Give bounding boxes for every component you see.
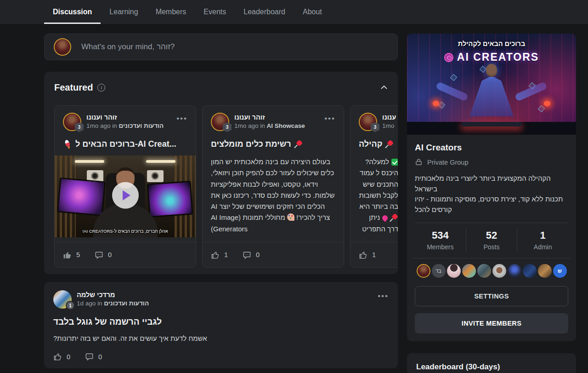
member-avatar[interactable] <box>523 264 537 278</box>
like-button[interactable] <box>53 352 62 361</box>
cover-welcome-text: ברוכים הבאים לקהילת <box>407 40 576 47</box>
level-badge: 1 <box>66 301 75 310</box>
tab-learning[interactable]: Learning <box>101 0 147 24</box>
like-button[interactable] <box>359 251 368 259</box>
video-caption: אהלן חברים, ברוכים הבאים ל-AI CREATORS! <box>55 229 196 234</box>
card-header: 3 ענונו 1mo <box>351 106 398 131</box>
member-avatar[interactable] <box>462 264 476 278</box>
pushpin-emoji <box>385 140 394 149</box>
featured-card-welcome[interactable]: 3 זוהר וענונו 1mo ago in הודעות ועדכונים… <box>54 105 196 268</box>
post-footer: 0 0 <box>53 352 389 361</box>
more-menu-icon[interactable]: ••• <box>176 113 187 131</box>
cover-brand-text: AI CREATORS <box>457 51 539 63</box>
stat-admins[interactable]: 1 Admin <box>517 229 568 252</box>
comment-count: 0 <box>108 251 112 258</box>
post-body: בעולם היצירה עם בינה מלאכותית יש המון כל… <box>203 156 344 235</box>
tab-members[interactable]: Members <box>147 0 195 24</box>
author-name[interactable]: ענונו <box>382 114 396 121</box>
comment-button[interactable] <box>85 352 94 361</box>
group-cover-image[interactable]: ברוכים הבאים לקהילת AI CREATORS <box>407 34 576 135</box>
featured-header: Featured i <box>44 80 398 95</box>
privacy-label: Private Group <box>427 159 468 166</box>
group-info: AI Creators Private Group הקהילה המקצועי… <box>407 135 576 215</box>
info-icon[interactable]: i <box>97 84 105 92</box>
stat-posts[interactable]: 52 Posts <box>466 229 517 252</box>
group-actions: SETTINGS INVITE MEMBERS <box>407 279 576 341</box>
post-body: אשמח לדעת איך עושים את זה. והאם יש בזה י… <box>53 334 389 342</box>
video-thumbnail[interactable]: אהלן חברים, ברוכים הבאים ל-AI CREATORS! <box>55 155 196 237</box>
stat-members[interactable]: 534 Members <box>415 229 466 252</box>
category-link[interactable]: הודעות ועדכונים <box>104 300 149 307</box>
invite-members-button[interactable]: INVITE MEMBERS <box>415 313 568 333</box>
tab-leaderboard[interactable]: Leaderboard <box>235 0 294 24</box>
card-header: 3 זוהר וענונו 1mo ago in AI Showcase ••• <box>203 106 344 131</box>
author-avatar[interactable]: 3 <box>211 113 229 131</box>
comment-button[interactable] <box>95 251 103 259</box>
sidebar: ברוכים הבאים לקהילת AI CREATORS AI Creat… <box>407 24 576 373</box>
author-avatar[interactable]: 3 <box>359 113 377 131</box>
author-name[interactable]: זוהר וענונו <box>234 114 305 121</box>
level-badge: 3 <box>75 122 84 132</box>
post-title[interactable]: לגביי הרשמה של גוגל בלבד <box>53 317 389 327</box>
settings-button[interactable]: SETTINGS <box>415 286 568 306</box>
member-avatar[interactable] <box>492 264 506 278</box>
author-name[interactable]: זוהר וענונו <box>86 114 164 121</box>
pushpin-emoji <box>390 214 398 222</box>
privacy-row: Private Group <box>415 158 568 166</box>
post-title[interactable]: ברוכים הבאים ל-AI Creat... <box>55 139 196 149</box>
tab-about[interactable]: About <box>294 0 331 24</box>
member-avatar[interactable] <box>447 264 461 278</box>
card-footer: 5 0 <box>55 242 196 267</box>
author-avatar[interactable]: 1 <box>53 290 72 309</box>
category-link[interactable]: AI Showcase <box>267 122 305 129</box>
post-title[interactable]: קהילה <box>351 139 398 149</box>
more-menu-icon[interactable]: ••• <box>378 290 389 309</box>
author-avatar[interactable]: 3 <box>63 113 81 131</box>
like-button[interactable] <box>211 251 220 259</box>
chevron-up-icon[interactable] <box>380 85 388 90</box>
comment-button[interactable] <box>243 251 251 259</box>
featured-card-tools[interactable]: 3 זוהר וענונו 1mo ago in AI Showcase •••… <box>202 105 344 268</box>
like-count: 5 <box>76 251 80 258</box>
play-button[interactable] <box>112 182 139 209</box>
like-count: 0 <box>67 353 70 361</box>
member-avatar[interactable] <box>477 264 491 278</box>
member-avatar[interactable] <box>538 264 552 278</box>
feed-post[interactable]: 1 מרדכי שלמה 1d ago in הודעות ועדכונים •… <box>44 282 398 368</box>
card-footer: 1 <box>351 242 398 267</box>
more-menu-icon[interactable]: ••• <box>324 113 335 131</box>
like-button[interactable] <box>63 251 72 259</box>
card-footer: 1 0 <box>203 242 344 267</box>
comment-count: 0 <box>98 353 102 361</box>
level-badge: 3 <box>223 122 232 132</box>
post-body: למעלה? היכנס ל עמוד התכנים שיש לקבל תשוב… <box>359 156 398 235</box>
member-avatar[interactable]: ש <box>553 264 567 278</box>
pushpin-emoji <box>294 140 303 149</box>
member-avatar[interactable] <box>508 264 521 278</box>
featured-cards-row: 3 זוהר וענונו 1mo ago in הודעות ועדכונים… <box>54 105 398 268</box>
post-title[interactable]: רשימת כלים מומלצים <box>203 139 344 149</box>
post-meta: 1mo ago in הודעות ועדכונים <box>86 122 164 129</box>
post-composer[interactable]: What's on your mind, זוהר? <box>44 34 398 60</box>
featured-card-community[interactable]: 3 ענונו 1mo קהילה למעלה? היכנס ל עמוד <box>350 105 398 268</box>
rocket-emoji <box>62 139 74 149</box>
brain-logo-icon <box>444 53 453 62</box>
leaderboard-card: Leaderboard (30-days) <box>407 353 576 373</box>
tab-discussion[interactable]: Discussion <box>44 0 101 24</box>
member-avatar[interactable] <box>417 264 430 278</box>
author-name[interactable]: מרדכי שלמה <box>77 291 149 298</box>
category-link[interactable]: הודעות ועדכונים <box>119 122 164 129</box>
post-meta: 1mo ago in AI Showcase <box>234 122 305 129</box>
tab-events[interactable]: Events <box>195 0 235 24</box>
composer-placeholder: What's on your mind, זוהר? <box>81 42 175 52</box>
check-emoji <box>391 159 398 166</box>
leaderboard-title: Leaderboard (30-days) <box>416 362 567 372</box>
round-pin-emoji <box>381 214 389 222</box>
post-meta: 1mo <box>382 122 396 129</box>
post-meta: 1d ago in הודעות ועדכונים <box>77 300 149 307</box>
featured-section: Featured i 3 זוהר וענונו 1mo ago in ה <box>44 72 398 274</box>
lock-icon <box>415 158 423 166</box>
comment-count: 0 <box>256 251 260 258</box>
member-avatar[interactable]: בד <box>432 264 446 278</box>
group-card: ברוכים הבאים לקהילת AI CREATORS AI Creat… <box>407 34 576 341</box>
